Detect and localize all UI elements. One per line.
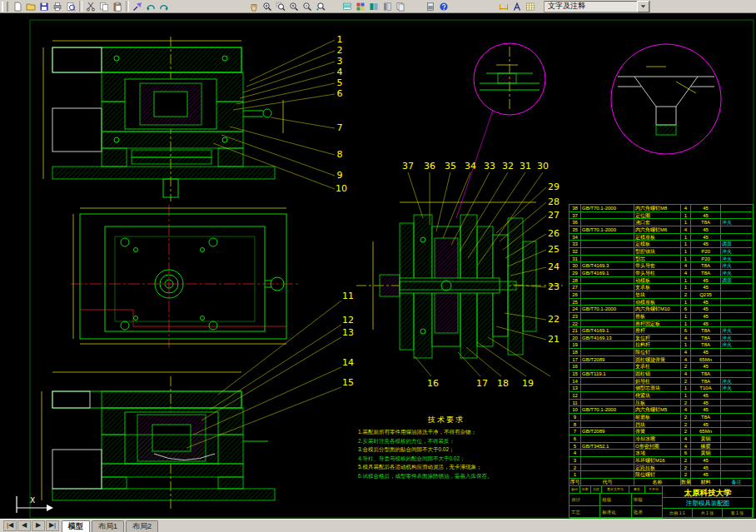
callout-number: 18 xyxy=(497,378,509,389)
toolbar-grip[interactable] xyxy=(2,2,8,12)
bom-material: 45 xyxy=(690,313,720,321)
bom-qty: 4 xyxy=(680,406,690,414)
tool-palettes-button[interactable] xyxy=(380,0,394,12)
callout-number: 4 xyxy=(337,67,343,77)
bom-code xyxy=(580,471,634,479)
bom-qty: 1 xyxy=(680,313,690,321)
copy-button[interactable] xyxy=(97,0,111,12)
dimension-style-button[interactable] xyxy=(497,0,510,12)
redo-button[interactable] xyxy=(157,0,171,12)
bom-code xyxy=(580,349,634,356)
bom-part-name: 支承柱 xyxy=(634,363,680,370)
tab-layout2[interactable]: 布局2 xyxy=(126,520,158,532)
bom-no: 35 xyxy=(569,226,580,234)
table-row: 15 GB/T119.1 圆柱销 4 T8A xyxy=(569,370,753,378)
pan-button[interactable] xyxy=(247,0,261,12)
last-layout-button[interactable]: ▶| xyxy=(46,520,59,531)
zoom-window-button[interactable] xyxy=(274,0,287,12)
table-row: 34 定模座板 1 45 xyxy=(569,234,753,241)
object-properties-button[interactable] xyxy=(354,0,367,12)
section-view-bottom xyxy=(42,372,275,510)
paste-button[interactable] xyxy=(111,0,124,12)
bom-code xyxy=(580,248,634,256)
chevron-down-icon[interactable] xyxy=(637,1,649,12)
match-properties-button[interactable] xyxy=(131,0,144,12)
bom-part-name: 带头导柱 xyxy=(634,270,680,277)
bom-code xyxy=(580,321,634,328)
cut-button[interactable] xyxy=(84,0,97,12)
bom-no: 8 xyxy=(569,421,580,429)
bom-qty: 1 xyxy=(680,284,690,291)
previous-layout-button[interactable]: ◀ xyxy=(17,520,31,531)
text-style-combo-value: 文字及注释 xyxy=(548,1,585,12)
title-block-sign-field: 工艺 xyxy=(569,506,600,519)
bom-qty: 2 xyxy=(680,428,690,435)
sheet-set-icon xyxy=(395,2,405,12)
bom-remark xyxy=(720,226,752,234)
technical-requirement-item: 4.导柱、导套与模板的配合间隙不大于0.02； xyxy=(358,455,535,464)
bom-part-name: 型腔镶块 xyxy=(634,248,680,256)
bom-code xyxy=(580,400,634,407)
bom-part-name: 内六角螺钉M10 xyxy=(634,306,680,313)
open-folder-icon xyxy=(26,2,36,12)
bom-code xyxy=(580,277,634,285)
bom-no: 33 xyxy=(569,241,580,248)
zoom-out-button[interactable] xyxy=(301,0,314,12)
callout-number: 23 xyxy=(548,281,560,292)
tab-model[interactable]: 模型 xyxy=(62,520,90,532)
bom-remark xyxy=(720,392,752,400)
bom-part-name: 侧型芯滑块 xyxy=(634,385,680,392)
bom-remark xyxy=(720,363,752,370)
new-file-icon xyxy=(12,2,22,12)
callout-number: 37 xyxy=(402,161,414,172)
table-row: 9 耐磨板 2 T8A xyxy=(569,414,753,421)
toolbar-separator xyxy=(126,1,129,12)
table-row: 30 GB/T4169.3 带头导套 4 T8A 淬火 xyxy=(569,262,753,270)
table-row: 8 挡块 2 45 xyxy=(569,421,753,429)
technical-requirement-item: 1.装配前所有零件用煤油清洗干净，不得有杂物； xyxy=(358,428,535,437)
help-button[interactable] xyxy=(437,0,450,12)
callout-number: 19 xyxy=(522,378,534,389)
plot-button[interactable] xyxy=(51,0,64,12)
zoom-previous-button[interactable] xyxy=(314,0,327,12)
first-layout-button[interactable]: |◀ xyxy=(3,520,17,531)
table-style-button[interactable] xyxy=(524,0,537,12)
bom-qty: 1 xyxy=(680,234,690,241)
text-style-combo[interactable]: 文字及注释 xyxy=(544,1,650,12)
sheet-set-manager-button[interactable] xyxy=(394,0,407,12)
save-button[interactable] xyxy=(37,0,51,12)
bom-remark: 淬火 xyxy=(720,248,752,256)
callout-number: 12 xyxy=(342,315,354,326)
text-style-button[interactable] xyxy=(510,0,524,12)
bom-remark xyxy=(720,291,752,299)
callout-number: 34 xyxy=(465,161,476,172)
bom-remark xyxy=(720,234,752,241)
zoom-in-button[interactable] xyxy=(287,0,301,12)
plot-preview-button[interactable] xyxy=(64,0,77,12)
layer-properties-button[interactable] xyxy=(341,0,354,12)
bom-code xyxy=(580,241,634,248)
title-block-rev-col: 签名 xyxy=(629,486,645,494)
bom-material: 45 xyxy=(690,363,720,370)
print-preview-icon xyxy=(66,2,76,12)
new-button[interactable] xyxy=(11,0,24,12)
bom-part-name: 冷却水嘴 xyxy=(634,435,680,443)
design-center-button[interactable] xyxy=(367,0,380,12)
quick-calc-button[interactable] xyxy=(424,0,437,12)
bom-remark xyxy=(720,349,752,356)
section-view-top xyxy=(43,37,283,201)
zoom-realtime-button[interactable] xyxy=(261,0,274,12)
title-block-revision-area: 标记处数分区更改文件号签名年月日 设计校核审核工艺标准化批准 xyxy=(569,486,663,517)
drawing-canvas[interactable]: 1 2 3 4 5 6 7 8 9 10 11 12 13 14 15 37 3… xyxy=(0,13,756,519)
bom-part-name: 压板 xyxy=(634,400,680,407)
open-button[interactable] xyxy=(24,0,37,12)
tab-layout1[interactable]: 布局1 xyxy=(92,520,124,532)
bom-material: 45 xyxy=(690,457,720,465)
table-row: 2 定距拉板 2 45 xyxy=(569,465,753,472)
callout-number: 15 xyxy=(342,377,354,388)
callout-number: 17 xyxy=(476,378,488,389)
undo-button[interactable] xyxy=(144,0,157,12)
next-layout-button[interactable]: ▶ xyxy=(32,520,45,531)
table-row: 1 限位螺钉 2 45 xyxy=(569,471,753,479)
table-row: 25 动模座板 1 45 xyxy=(569,299,753,306)
